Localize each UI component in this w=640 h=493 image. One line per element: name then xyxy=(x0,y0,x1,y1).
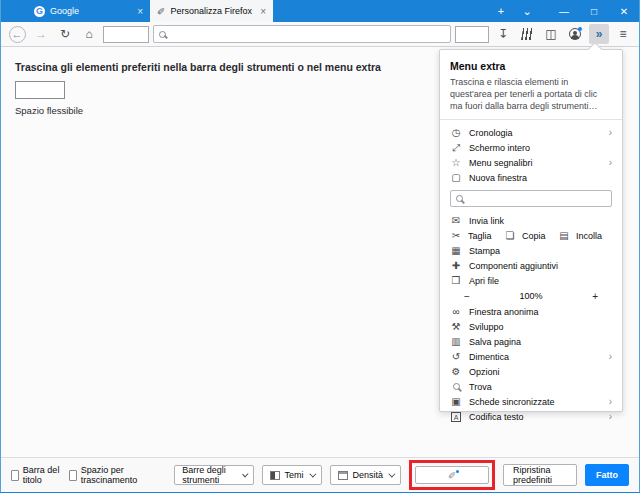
drag-hint-text: Trascina gli elementi preferiti nella ba… xyxy=(15,61,381,73)
flexible-space-label: Spazio flessibile xyxy=(15,105,135,116)
chevron-down-icon xyxy=(309,470,316,477)
red-highlight-annotation: ✐ xyxy=(409,460,495,490)
zoom-in-button[interactable]: + xyxy=(568,291,598,302)
flexible-space-palette-item[interactable]: Spazio flessibile xyxy=(15,81,135,116)
density-dropdown[interactable]: Densità xyxy=(330,465,402,485)
chevron-down-icon xyxy=(388,470,395,477)
zoom-out-button[interactable]: − xyxy=(464,291,494,302)
navigation-toolbar: ← → ↻ ⌂ ↧ ◫ » ≡ xyxy=(1,22,639,47)
menu-item-save-page[interactable]: ▥ Salva pagina xyxy=(450,334,612,349)
forward-button[interactable]: → xyxy=(31,24,51,44)
close-button[interactable]: ✕ xyxy=(609,0,639,22)
menu-item-developer[interactable]: ⚒ Sviluppo xyxy=(450,319,612,334)
menu-item-private-window[interactable]: ∞ Finestra anonima xyxy=(450,304,612,319)
window-controls: — □ ✕ xyxy=(549,0,639,22)
hamburger-menu-button[interactable]: ≡ xyxy=(613,24,633,44)
overflow-menu-button[interactable]: » xyxy=(589,24,609,44)
menu-item-send-link[interactable]: ✉ Invia link xyxy=(450,213,612,228)
search-icon xyxy=(456,195,463,202)
bookmarks-icon: ☆ xyxy=(450,157,462,168)
text-encoding-icon: A xyxy=(450,411,462,422)
chevron-right-icon: › xyxy=(609,157,612,168)
toolbar-flexible-space[interactable] xyxy=(455,26,489,43)
chevron-right-icon: › xyxy=(609,396,612,407)
chevron-down-icon xyxy=(242,471,248,477)
chevron-right-icon: › xyxy=(609,351,612,362)
wrench-icon: ⚒ xyxy=(450,321,462,332)
menu-item-cut[interactable]: ✂ Taglia xyxy=(450,230,504,241)
google-favicon: G xyxy=(34,6,45,17)
tabbar-space xyxy=(273,0,488,22)
toolbar-flexible-space[interactable] xyxy=(103,26,149,43)
zoom-level[interactable]: 100% xyxy=(494,291,568,301)
tab-close-icon[interactable]: × xyxy=(260,6,266,17)
divider xyxy=(440,119,622,120)
notification-badge xyxy=(578,27,582,31)
sidebar-button[interactable]: ◫ xyxy=(541,24,561,44)
menu-item-history[interactable]: ◷ Cronologia › xyxy=(450,125,612,140)
chevron-right-icon: › xyxy=(609,411,612,422)
done-button[interactable]: Fatto xyxy=(585,464,629,486)
tab-customize-firefox[interactable]: ✐ Personalizza Firefox × xyxy=(150,0,273,22)
menu-item-paste[interactable]: ▤ Incolla xyxy=(558,230,612,241)
gear-icon: ⚙ xyxy=(450,366,462,377)
incognito-mask-icon: ∞ xyxy=(450,306,462,317)
new-tab-button[interactable]: + xyxy=(488,0,514,22)
tab-title: Google xyxy=(50,6,132,16)
drag-space-checkbox[interactable]: Spazio per trascinamento xyxy=(69,465,149,485)
account-button[interactable] xyxy=(565,24,585,44)
devices-icon: ▣ xyxy=(450,396,462,407)
home-button[interactable]: ⌂ xyxy=(79,24,99,44)
menu-item-text-encoding[interactable]: A Codifica testo › xyxy=(450,409,612,424)
menu-item-options[interactable]: ⚙ Opzioni xyxy=(450,364,612,379)
printer-icon: ▦ xyxy=(450,245,462,256)
tab-google[interactable]: G Google × xyxy=(27,0,150,22)
menu-item-fullscreen[interactable]: ⤢ Schermo intero xyxy=(450,140,612,155)
customize-area: Trascina gli elementi preferiti nella ba… xyxy=(1,47,639,457)
new-window-icon: ▢ xyxy=(450,172,462,183)
back-button[interactable]: ← xyxy=(7,24,27,44)
save-icon: ▥ xyxy=(450,336,462,347)
downloads-button[interactable]: ↧ xyxy=(493,24,513,44)
tab-list-chevron-icon[interactable]: ⌄ xyxy=(514,0,540,22)
checkbox-icon[interactable] xyxy=(69,470,77,481)
reload-button[interactable]: ↻ xyxy=(55,24,75,44)
menu-item-new-window[interactable]: ▢ Nuova finestra xyxy=(450,170,612,185)
mail-icon: ✉ xyxy=(450,215,462,226)
checkbox-icon[interactable] xyxy=(11,470,19,481)
history-undo-icon: ↺ xyxy=(450,351,462,362)
fullscreen-icon: ⤢ xyxy=(450,142,462,154)
menu-item-copy[interactable]: ❏ Copia xyxy=(504,230,558,241)
menu-item-addons[interactable]: ✚ Componenti aggiuntivi xyxy=(450,258,612,273)
overflow-menu-panel: Menu extra Trascina e rilascia elementi … xyxy=(439,49,623,412)
titlebar-checkbox[interactable]: Barra del titolo xyxy=(11,465,61,485)
copy-icon: ❏ xyxy=(504,230,516,241)
menu-item-forget[interactable]: ↺ Dimentica › xyxy=(450,349,612,364)
maximize-button[interactable]: □ xyxy=(579,0,609,22)
clock-icon: ◷ xyxy=(450,127,462,138)
minimize-button[interactable]: — xyxy=(549,0,579,22)
paintbrush-icon: ✐ xyxy=(157,6,165,17)
notification-dot xyxy=(456,470,459,473)
library-button[interactable] xyxy=(517,24,537,44)
search-icon xyxy=(450,381,462,392)
themes-dropdown[interactable]: Temi xyxy=(262,465,322,485)
url-search-bar[interactable] xyxy=(153,25,451,43)
clipboard-row: ✂ Taglia ❏ Copia ▤ Incolla xyxy=(450,228,612,243)
menu-item-open-file[interactable]: ❒ Apri file xyxy=(450,273,612,288)
library-icon xyxy=(520,28,533,40)
panel-search-field[interactable] xyxy=(450,190,612,207)
menu-item-find[interactable]: Trova xyxy=(450,379,612,394)
flexible-space-box[interactable] xyxy=(15,81,65,99)
chevron-right-icon: › xyxy=(609,127,612,138)
tab-title: Personalizza Firefox xyxy=(170,6,255,16)
restore-defaults-button[interactable]: Ripristina predefiniti xyxy=(503,464,577,486)
tab-close-icon[interactable]: × xyxy=(137,6,143,17)
menu-item-bookmarks-menu[interactable]: ☆ Menu segnalibri › xyxy=(450,155,612,170)
customize-brush-button[interactable]: ✐ xyxy=(415,466,489,484)
menu-item-synced-tabs[interactable]: ▣ Schede sincronizzate › xyxy=(450,394,612,409)
titlebar: G Google × ✐ Personalizza Firefox × + ⌄ … xyxy=(1,0,639,22)
toolbars-dropdown[interactable]: Barre degli strumenti xyxy=(174,465,253,485)
panel-description: Trascina e rilascia elementi in quest'ar… xyxy=(450,76,612,112)
menu-item-print[interactable]: ▦ Stampa xyxy=(450,243,612,258)
